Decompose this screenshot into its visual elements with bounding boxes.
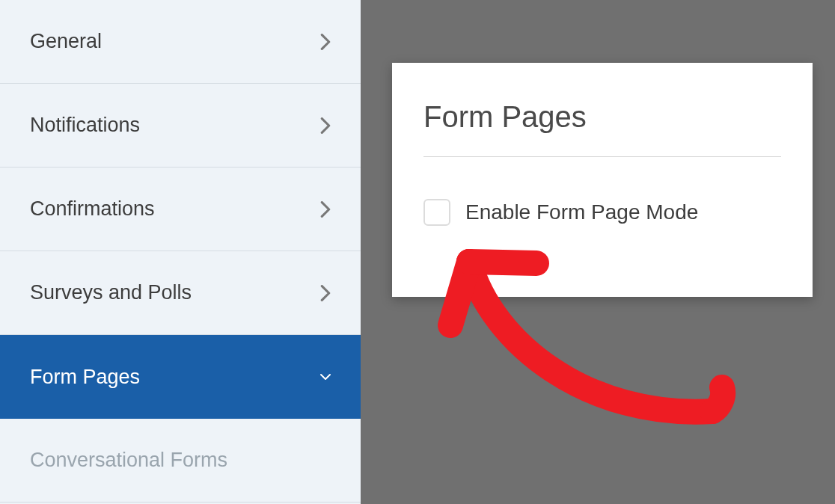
- chevron-right-icon: [320, 37, 331, 47]
- sidebar-item-label: Confirmations: [30, 197, 155, 221]
- chevron-right-icon: [320, 288, 331, 298]
- panel-title: Form Pages: [423, 100, 781, 134]
- chevron-down-icon: [320, 372, 331, 382]
- divider: [423, 156, 781, 157]
- sidebar-item-label: Conversational Forms: [30, 449, 227, 472]
- main-content-area: Form Pages Enable Form Page Mode: [361, 0, 835, 504]
- chevron-right-icon: [320, 120, 331, 131]
- enable-form-page-mode-row: Enable Form Page Mode: [423, 199, 781, 226]
- sidebar-item-notifications[interactable]: Notifications: [0, 84, 361, 168]
- sidebar-item-form-pages[interactable]: Form Pages: [0, 335, 361, 419]
- form-pages-panel: Form Pages Enable Form Page Mode: [392, 63, 813, 297]
- sidebar-item-conversational-forms[interactable]: Conversational Forms: [0, 419, 361, 503]
- settings-sidebar: General Notifications Confirmations Surv…: [0, 0, 361, 504]
- sidebar-item-confirmations[interactable]: Confirmations: [0, 168, 361, 251]
- sidebar-item-label: Surveys and Polls: [30, 281, 192, 304]
- checkbox-label: Enable Form Page Mode: [465, 200, 698, 224]
- chevron-right-icon: [320, 204, 331, 215]
- sidebar-item-label: Form Pages: [30, 366, 140, 389]
- sidebar-item-label: General: [30, 30, 102, 53]
- sidebar-item-label: Notifications: [30, 114, 140, 137]
- sidebar-item-general[interactable]: General: [0, 0, 361, 84]
- sidebar-item-surveys-polls[interactable]: Surveys and Polls: [0, 251, 361, 335]
- enable-form-page-mode-checkbox[interactable]: [423, 199, 450, 226]
